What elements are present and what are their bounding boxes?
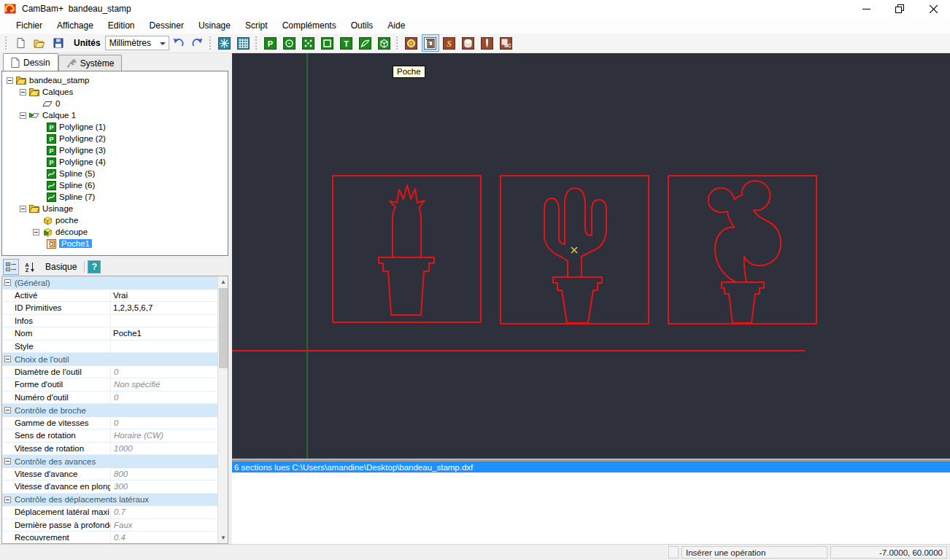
menu-dessiner[interactable]: Dessiner xyxy=(142,19,191,32)
tree-item-polyligne-3[interactable]: P Polyligne (3) xyxy=(2,144,228,156)
draw-polyhedron-button[interactable] xyxy=(376,34,393,52)
scroll-up-arrow[interactable]: ▲ xyxy=(218,276,228,287)
tree-item-bandeau-stamp[interactable]: bandeau_stamp xyxy=(2,74,228,86)
pocket-op-icon xyxy=(46,238,56,249)
undo-button[interactable] xyxy=(170,34,188,52)
close-button[interactable] xyxy=(916,0,950,18)
tree-item-spline-5[interactable]: Spline (5) xyxy=(2,168,228,179)
menu-complements[interactable]: Compléments xyxy=(275,19,344,32)
toolbar-grip[interactable] xyxy=(396,36,400,50)
property-row-vitesse-rotation[interactable]: Vitesse de rotation1000 xyxy=(2,443,218,456)
draw-points-button[interactable] xyxy=(300,34,317,52)
tree-item-poche1[interactable]: Poche1 xyxy=(2,238,228,249)
menu-script[interactable]: Script xyxy=(238,19,275,32)
open-file-button[interactable] xyxy=(31,34,48,52)
toolbar-grip[interactable] xyxy=(255,36,259,50)
collapse-toggle[interactable] xyxy=(4,279,11,286)
draw-circle-button[interactable] xyxy=(281,34,298,52)
tree-item-poche-group[interactable]: poche xyxy=(2,214,228,226)
toolbar-grip[interactable] xyxy=(209,36,213,50)
tab-systeme[interactable]: Système xyxy=(58,55,123,71)
new-file-button[interactable] xyxy=(12,34,29,52)
draw-surface-button[interactable] xyxy=(357,34,374,52)
property-row-derniere-passe[interactable]: Dernière passe à profondeFaux xyxy=(2,519,218,532)
mop-drill-button[interactable] xyxy=(403,34,420,52)
property-row-diametre-outil[interactable]: Diamètre de l'outil0 xyxy=(2,366,218,379)
property-row-forme-outil[interactable]: Forme d'outilNon spécifié xyxy=(2,378,218,392)
collapse-toggle[interactable] xyxy=(7,77,13,84)
tree-item-polyligne-2[interactable]: P Polyligne (2) xyxy=(2,133,228,144)
property-row-numero-outil[interactable]: Numéro d'outil0 xyxy=(2,392,218,405)
draw-polyline-button[interactable]: P xyxy=(262,34,279,52)
properties-scrollbar[interactable]: ▲ ▼ xyxy=(217,276,228,543)
property-row-infos[interactable]: Infos xyxy=(2,315,218,328)
mop-profile-button[interactable] xyxy=(460,34,477,52)
toggle-grid-button[interactable] xyxy=(235,34,252,52)
menu-aide[interactable]: Aide xyxy=(380,19,412,32)
property-row-sens-rotation[interactable]: Sens de rotationHoraire (CW) xyxy=(2,429,218,443)
property-row-vitesse-plongee[interactable]: Vitesse d'avance en plong300 xyxy=(2,481,218,494)
collapse-toggle[interactable] xyxy=(20,206,26,212)
menu-usinage[interactable]: Usinage xyxy=(191,19,238,32)
draw-rectangle-button[interactable] xyxy=(319,34,336,52)
property-row-active[interactable]: ActivéVrai xyxy=(2,289,218,303)
collapse-toggle[interactable] xyxy=(4,356,11,362)
section-general[interactable]: (Général) xyxy=(2,276,218,289)
scroll-thumb[interactable] xyxy=(219,288,228,368)
collapse-toggle[interactable] xyxy=(20,112,26,119)
tree-item-polyligne-4[interactable]: P Polyligne (4) xyxy=(2,156,228,168)
menu-edition[interactable]: Edition xyxy=(101,19,142,32)
section-controle-avances[interactable]: Contrôle des avances xyxy=(2,455,218,468)
collapse-toggle[interactable] xyxy=(20,89,26,96)
drawing-canvas[interactable]: Poche xyxy=(232,53,950,459)
alphabetical-sort-button[interactable]: AZ xyxy=(22,259,38,275)
mop-drill-bit-button[interactable] xyxy=(479,34,496,52)
categorized-view-button[interactable] xyxy=(3,259,19,275)
property-row-vitesse-avance[interactable]: Vitesse d'avance800 xyxy=(2,468,218,481)
tree-item-polyligne-1[interactable]: P Polyligne (1) xyxy=(2,121,228,133)
drawing-cactus-pineapple[interactable] xyxy=(333,176,481,322)
minimize-button[interactable] xyxy=(849,0,883,18)
tree-item-spline-6[interactable]: Spline (6) xyxy=(2,179,228,191)
save-button[interactable] xyxy=(50,34,67,52)
section-controle-broche[interactable]: Contrôle de broche xyxy=(2,404,218,417)
tab-dessin[interactable]: Dessin xyxy=(3,53,58,71)
tree-item-calques[interactable]: Calques xyxy=(2,86,228,98)
menu-outils[interactable]: Outils xyxy=(344,19,381,32)
collapse-toggle[interactable] xyxy=(4,497,11,503)
toggle-axis-button[interactable] xyxy=(216,34,233,52)
restore-button[interactable] xyxy=(883,0,916,18)
draw-text-button[interactable]: T xyxy=(338,34,355,52)
tree-item-spline-7[interactable]: Spline (7) xyxy=(2,191,228,203)
property-row-deplacement-lateral[interactable]: Déplacement latéral maxi0.7 xyxy=(2,506,218,519)
collapse-toggle[interactable] xyxy=(4,407,11,413)
section-deplacements-lateraux[interactable]: Contrôle des déplacements latéraux xyxy=(2,494,218,507)
property-row-gamme-vitesses[interactable]: Gamme de vitesses0 xyxy=(2,417,218,430)
inherit-arrow-icon xyxy=(110,380,111,389)
tree-item-calque-1[interactable]: Calque 1 xyxy=(2,109,228,121)
drawing-cactus-prickly-pear[interactable] xyxy=(668,176,816,324)
scroll-down-arrow[interactable]: ▼ xyxy=(218,532,228,543)
collapse-toggle[interactable] xyxy=(33,229,39,236)
units-select[interactable]: Millimètres xyxy=(105,36,169,50)
tree-item-usinage[interactable]: Usinage xyxy=(2,203,228,214)
tree-item-decoupe-group[interactable]: découpe xyxy=(2,226,228,238)
menu-fichier[interactable]: Fichier xyxy=(9,19,50,32)
property-row-recouvrement[interactable]: Recouvrement0.4 xyxy=(2,532,218,544)
drawing-tree[interactable]: bandeau_stamp Calques 0 Calque 1 P Polyl… xyxy=(1,71,228,256)
mop-gcode-button[interactable]: NC xyxy=(498,34,515,52)
menu-affichage[interactable]: Affichage xyxy=(50,19,101,32)
property-row-style[interactable]: Style xyxy=(2,341,218,354)
mop-engrave-button[interactable]: S xyxy=(441,34,458,52)
properties-view-label[interactable]: Basique xyxy=(45,262,77,272)
section-choix-outil[interactable]: Choix de l'outil xyxy=(2,353,218,366)
help-button[interactable]: ? xyxy=(88,260,101,273)
inherit-arrow-icon xyxy=(110,392,111,402)
toolbar-grip[interactable] xyxy=(5,36,9,50)
property-row-id-primitives[interactable]: ID Primitives1,2,3,5,6,7 xyxy=(2,302,218,315)
collapse-toggle[interactable] xyxy=(4,458,11,464)
property-row-nom[interactable]: NomPoche1 xyxy=(2,327,218,341)
tree-item-layer-0[interactable]: 0 xyxy=(2,98,228,109)
mop-pocket-button[interactable] xyxy=(422,34,439,52)
redo-button[interactable] xyxy=(189,34,206,52)
